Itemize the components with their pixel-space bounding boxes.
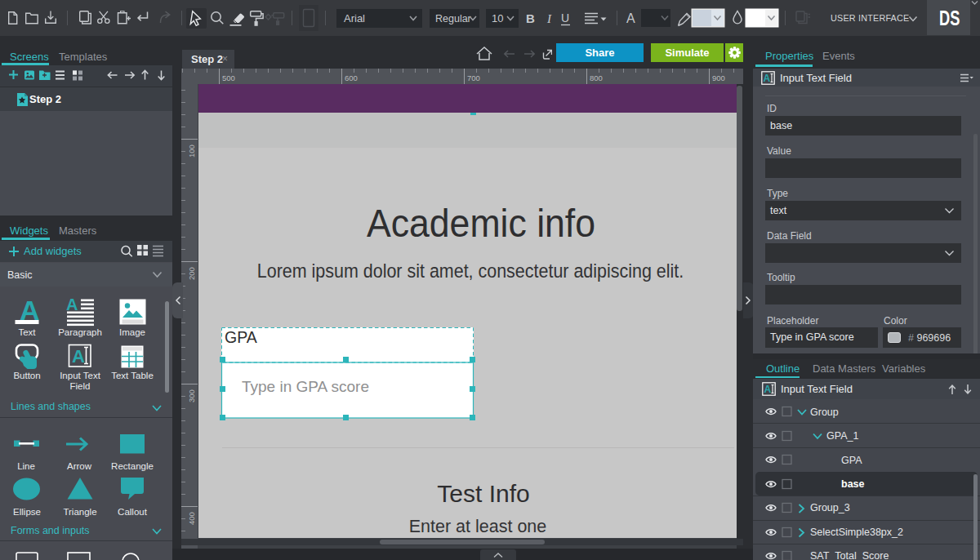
svg-text:Forms and inputs: Forms and inputs (11, 525, 90, 536)
svg-text:100: 100 (187, 144, 196, 158)
svg-text:Text: Text (18, 327, 36, 337)
svg-text:A: A (764, 73, 771, 84)
svg-text:Button: Button (13, 371, 40, 380)
svg-text:B: B (526, 11, 535, 25)
svg-text:A: A (66, 296, 78, 313)
svg-text:Ellipse: Ellipse (13, 507, 41, 517)
svg-text:Paragraph: Paragraph (58, 327, 102, 337)
svg-text:Image: Image (119, 327, 145, 337)
svg-text:Lines and shapes: Lines and shapes (11, 401, 91, 412)
svg-text:Callout: Callout (118, 507, 148, 517)
svg-text:900: 900 (712, 73, 725, 82)
svg-text:400: 400 (187, 512, 196, 525)
svg-text:A: A (72, 346, 85, 367)
svg-text:700: 700 (467, 73, 480, 82)
svg-text:Line: Line (17, 461, 35, 471)
svg-text:300: 300 (187, 389, 196, 402)
svg-text:200: 200 (187, 267, 196, 280)
svg-text:Field: Field (70, 381, 91, 391)
svg-text:Text Table: Text Table (111, 371, 154, 380)
svg-text:U: U (561, 11, 569, 24)
svg-text:500: 500 (222, 73, 235, 82)
svg-text:A: A (764, 384, 772, 395)
svg-text:Triangle: Triangle (63, 507, 96, 517)
svg-text:I: I (546, 12, 552, 25)
svg-text:600: 600 (345, 73, 358, 82)
svg-text:800: 800 (590, 73, 603, 82)
svg-text:A: A (626, 11, 635, 25)
svg-text:Arrow: Arrow (67, 461, 92, 471)
svg-text:Rectangle: Rectangle (111, 461, 154, 471)
svg-text:Input Text: Input Text (60, 371, 100, 380)
